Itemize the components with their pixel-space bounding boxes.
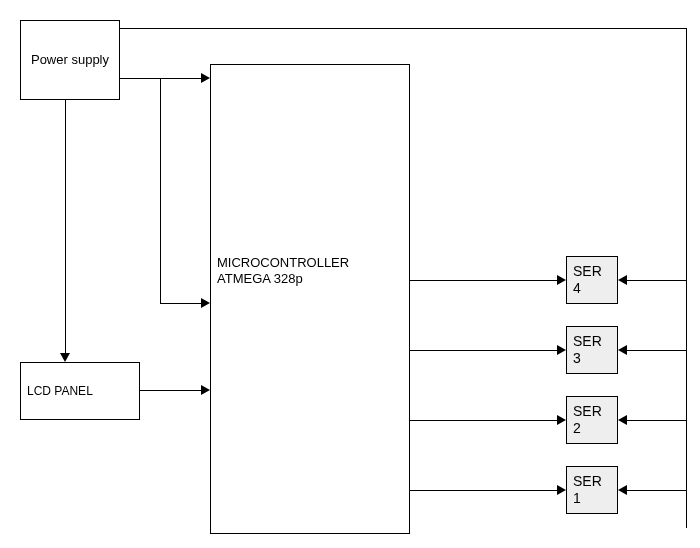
wire-rail-to-ser4 xyxy=(627,280,686,281)
wire-power-top-bus xyxy=(120,28,686,29)
lcd-panel-block: LCD PANEL xyxy=(20,362,140,420)
wire-mcu-to-ser4 xyxy=(410,280,557,281)
wire-mcu-to-ser3 xyxy=(410,350,557,351)
wire-l-bend-v xyxy=(160,78,161,303)
arrowhead-rail-to-ser4 xyxy=(618,275,627,285)
servo-2-label-b: 2 xyxy=(573,420,611,438)
servo-3-block: SER 3 xyxy=(566,326,618,374)
servo-1-label-a: SER xyxy=(573,473,611,491)
servo-1-label-b: 1 xyxy=(573,490,611,508)
servo-4-block: SER 4 xyxy=(566,256,618,304)
servo-4-label-b: 4 xyxy=(573,280,611,298)
servo-4-label-a: SER xyxy=(573,263,611,281)
servo-2-label-a: SER xyxy=(573,403,611,421)
servo-1-block: SER 1 xyxy=(566,466,618,514)
wire-l-bend-h xyxy=(160,303,201,304)
servo-2-block: SER 2 xyxy=(566,396,618,444)
arrowhead-l-bend xyxy=(201,298,210,308)
wire-mcu-to-ser1 xyxy=(410,490,557,491)
arrowhead-mcu-to-ser4 xyxy=(557,275,566,285)
servo-3-label-b: 3 xyxy=(573,350,611,368)
power-supply-block: Power supply xyxy=(20,20,120,100)
wire-power-to-lcd-v xyxy=(65,100,66,353)
wire-rail-to-ser2 xyxy=(627,420,686,421)
wire-lcd-to-mcu xyxy=(140,390,201,391)
power-supply-label: Power supply xyxy=(27,52,113,68)
arrowhead-rail-to-ser2 xyxy=(618,415,627,425)
servo-3-label-a: SER xyxy=(573,333,611,351)
wire-right-rail xyxy=(686,28,687,528)
arrowhead-power-to-lcd xyxy=(60,353,70,362)
arrowhead-power-to-mcu xyxy=(201,73,210,83)
microcontroller-block: MICROCONTROLLER ATMEGA 328p xyxy=(210,64,410,534)
wire-rail-to-ser1 xyxy=(627,490,686,491)
arrowhead-rail-to-ser1 xyxy=(618,485,627,495)
wire-rail-to-ser3 xyxy=(627,350,686,351)
arrowhead-mcu-to-ser2 xyxy=(557,415,566,425)
arrowhead-mcu-to-ser3 xyxy=(557,345,566,355)
diagram-canvas: Power supply LCD PANEL MICROCONTROLLER A… xyxy=(0,0,700,548)
arrowhead-mcu-to-ser1 xyxy=(557,485,566,495)
wire-mcu-to-ser2 xyxy=(410,420,557,421)
mcu-label-line1: MICROCONTROLLER xyxy=(217,255,403,271)
mcu-label-line2: ATMEGA 328p xyxy=(217,271,403,287)
arrowhead-rail-to-ser3 xyxy=(618,345,627,355)
arrowhead-lcd-to-mcu xyxy=(201,385,210,395)
lcd-panel-label: LCD PANEL xyxy=(27,384,133,399)
